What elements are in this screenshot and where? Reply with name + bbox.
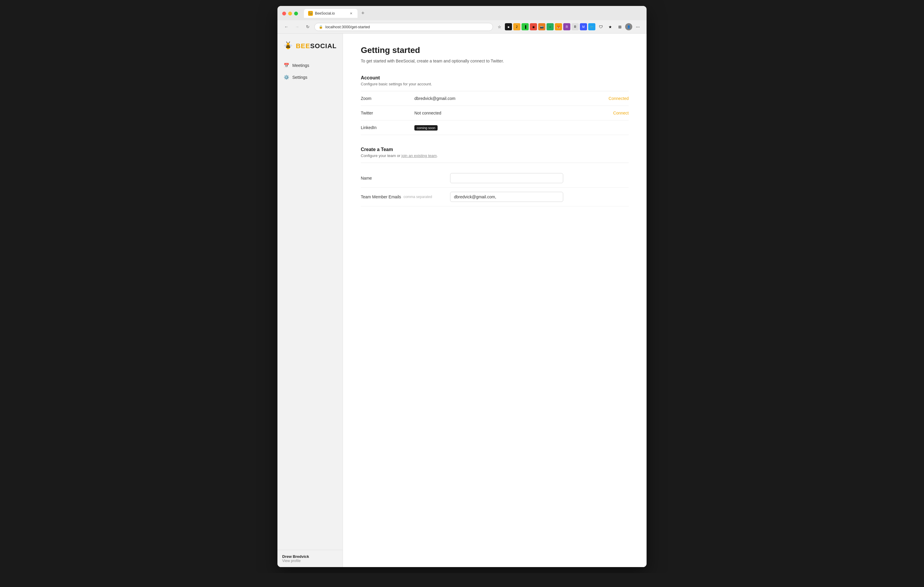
close-button[interactable] [282,12,286,15]
refresh-button[interactable]: ↻ [304,23,312,31]
sidebar-item-settings[interactable]: ⚙️ Settings [280,72,340,83]
ext-red-icon[interactable]: ◉ [530,23,537,30]
logo-text: BEESOCIAL [296,42,337,50]
twitter-row: Twitter Not connected Connect [361,106,629,120]
zoom-label: Zoom [361,96,414,101]
sidebar-nav: 📅 Meetings ⚙️ Settings [277,60,343,550]
logo-text-suffix: SOCIAL [310,42,337,50]
toolbar-extensions: ☆ ■ 2 ▐ ◉ 📷 ○ 🦊 R R M 🐦 🛡 ★ ⊞ 👤 ⋯ [495,23,642,31]
extensions-icon[interactable]: ⊞ [615,23,624,31]
linkedin-label: LinkedIn [361,125,414,130]
team-emails-input[interactable] [450,192,563,202]
sidebar-footer: Drew Bredvick View profile [277,550,343,567]
menu-button[interactable]: ⋯ [634,23,642,31]
team-name-row: Name [361,169,629,187]
team-name-input[interactable] [450,173,563,183]
page-subtitle: To get started with BeeSocial, create a … [361,59,629,63]
url-text: localhost:3000/get-started [325,25,370,29]
minimize-button[interactable] [288,12,292,15]
main-content: Getting started To get started with BeeS… [343,34,647,567]
ext-circle-icon[interactable]: ○ [546,23,554,30]
team-section-desc: Configure your team or join an existing … [361,153,629,158]
ext-twitter-icon[interactable]: 🐦 [588,23,596,30]
view-profile-link[interactable]: View profile [282,559,338,563]
team-divider [361,163,629,163]
ext-black-icon[interactable]: ■ [505,23,512,30]
traffic-lights [282,12,298,15]
app-layout: BEESOCIAL 📅 Meetings ⚙️ Settings Drew Br… [277,34,647,567]
maximize-button[interactable] [294,12,298,15]
team-name-label: Name [361,176,450,181]
user-info: Drew Bredvick View profile [282,554,338,563]
title-bar: 🐝 BeeSocial.io ✕ + [277,6,647,20]
team-section-title: Create a Team [361,147,629,152]
new-tab-button[interactable]: + [359,9,367,17]
twitter-value: Not connected [414,111,613,115]
svg-point-9 [289,45,292,46]
account-section-desc: Configure basic settings for your accoun… [361,82,629,86]
logo-area: BEESOCIAL [277,41,343,60]
sidebar-item-settings-label: Settings [292,75,307,80]
ext-orange-icon[interactable]: 2 [513,23,520,30]
team-section: Create a Team Configure your team or joi… [361,147,629,206]
team-desc-suffix: . [437,153,438,158]
back-button[interactable]: ← [282,23,290,31]
account-section-title: Account [361,75,629,81]
zoom-action[interactable]: Connected [609,96,629,101]
join-team-link[interactable]: join an existing team [402,153,437,158]
twitter-action[interactable]: Connect [613,111,629,115]
bookmark-star-icon[interactable]: ☆ [495,23,504,31]
zoom-row: Zoom dbredvick@gmail.com Connected [361,91,629,106]
team-desc-prefix: Configure your team or [361,153,402,158]
ext-blue-icon[interactable]: M [580,23,587,30]
team-emails-label: Team Member Emails comma separated [361,194,450,199]
toolbar: ← → ↻ 🔒 localhost:3000/get-started ☆ ■ 2… [277,20,647,34]
zoom-value: dbredvick@gmail.com [414,96,609,101]
svg-rect-2 [286,47,290,48]
shield-icon[interactable]: 🛡 [597,23,605,31]
svg-point-5 [286,42,287,42]
ext-r-icon[interactable]: R [563,23,570,30]
page-title: Getting started [361,46,629,55]
svg-point-8 [284,45,287,46]
coming-soon-badge: coming soon [414,125,437,130]
linkedin-value: coming soon [414,125,629,130]
ext-camera-icon[interactable]: 📷 [538,23,545,30]
ext-fox-icon[interactable]: 🦊 [555,23,562,30]
sidebar: BEESOCIAL 📅 Meetings ⚙️ Settings Drew Br… [277,34,343,567]
forward-button[interactable]: → [293,23,301,31]
browser-window: 🐝 BeeSocial.io ✕ + ← → ↻ 🔒 localhost:300… [277,6,647,567]
ext-r2-icon[interactable]: R [571,23,579,30]
account-section: Account Configure basic settings for you… [361,75,629,135]
gear-icon: ⚙️ [284,74,289,80]
star-icon[interactable]: ★ [606,23,614,31]
url-bar[interactable]: 🔒 localhost:3000/get-started [314,23,493,31]
tab-favicon: 🐝 [308,11,313,16]
bee-logo-icon [284,41,293,51]
emails-sublabel: comma separated [403,195,432,199]
ext-green-icon[interactable]: ▐ [521,23,529,30]
tab-close-button[interactable]: ✕ [348,11,353,16]
lock-icon: 🔒 [319,25,323,29]
user-avatar[interactable]: 👤 [625,23,632,30]
tab-title: BeeSocial.io [315,11,335,15]
svg-point-7 [289,42,290,42]
svg-point-3 [287,43,289,46]
user-name: Drew Bredvick [282,554,338,559]
sidebar-item-meetings-label: Meetings [292,63,309,68]
calendar-icon: 📅 [284,62,289,68]
sidebar-item-meetings[interactable]: 📅 Meetings [280,60,340,71]
linkedin-row: LinkedIn coming soon [361,120,629,135]
tab-bar: 🐝 BeeSocial.io ✕ + [304,9,367,18]
team-emails-row: Team Member Emails comma separated [361,187,629,206]
twitter-label: Twitter [361,111,414,115]
active-tab[interactable]: 🐝 BeeSocial.io ✕ [304,9,358,18]
